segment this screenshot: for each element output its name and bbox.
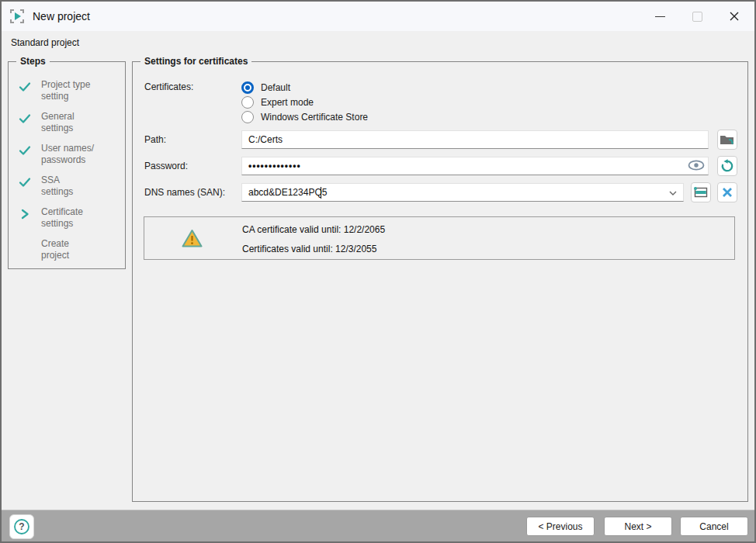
step-label: Project typesetting bbox=[41, 79, 90, 102]
show-password-toggle[interactable] bbox=[687, 159, 706, 171]
dns-names-combobox[interactable]: abcd&DE1234PQ5 bbox=[241, 183, 684, 202]
undo-icon bbox=[720, 159, 734, 173]
settings-legend: Settings for certificates bbox=[140, 56, 251, 67]
window-controls bbox=[641, 2, 753, 31]
dns-names-label: DNS names (SAN): bbox=[144, 187, 225, 198]
dns-names-value: abcd&DE1234PQ5 bbox=[248, 187, 327, 198]
radio-expert-mode[interactable]: Expert mode bbox=[241, 95, 368, 109]
project-type-label: Standard project bbox=[11, 37, 79, 48]
radio-windows-certificate-store[interactable]: Windows Certificate Store bbox=[241, 109, 368, 124]
certificates-radio-group: Default Expert mode Windows Certificate … bbox=[241, 80, 368, 124]
step-ssa-settings[interactable]: SSAsettings bbox=[18, 175, 125, 198]
step-label: SSAsettings bbox=[41, 175, 73, 198]
chevron-down-icon[interactable] bbox=[669, 191, 677, 195]
blank-icon bbox=[18, 238, 33, 261]
minimize-icon bbox=[655, 16, 665, 17]
help-button[interactable]: ? bbox=[9, 514, 34, 539]
step-label: Certificatesettings bbox=[41, 206, 83, 230]
radio-expert-mode-label: Expert mode bbox=[261, 97, 314, 108]
check-icon bbox=[18, 175, 33, 198]
question-mark-icon: ? bbox=[13, 518, 30, 535]
text-cursor bbox=[321, 187, 321, 199]
radio-default-circle[interactable] bbox=[241, 81, 254, 94]
previous-button[interactable]: < Previous bbox=[526, 517, 595, 536]
cancel-button[interactable]: Cancel bbox=[680, 517, 748, 536]
check-icon bbox=[18, 143, 33, 166]
step-create-project[interactable]: Createproject bbox=[18, 238, 125, 261]
radio-default-label: Default bbox=[261, 82, 290, 93]
warning-triangle-icon bbox=[182, 229, 203, 248]
reset-password-button[interactable] bbox=[717, 156, 737, 176]
title-bar: New project bbox=[2, 2, 754, 31]
settings-groupbox: Settings for certificates Certificates: … bbox=[132, 61, 748, 502]
step-label: Createproject bbox=[41, 238, 69, 261]
certificate-validity-notice: CA certificate valid until: 12/2/2065 Ce… bbox=[144, 216, 735, 260]
radio-default[interactable]: Default bbox=[241, 80, 368, 95]
password-input[interactable] bbox=[241, 157, 709, 175]
eye-icon bbox=[688, 160, 705, 171]
window-title: New project bbox=[33, 10, 90, 22]
step-certificate-settings[interactable]: Certificatesettings bbox=[18, 206, 125, 230]
clear-x-icon bbox=[721, 186, 733, 199]
path-label: Path: bbox=[144, 134, 166, 145]
clear-dns-names-button[interactable] bbox=[717, 182, 737, 202]
maximize-button bbox=[678, 2, 716, 31]
steps-legend: Steps bbox=[16, 56, 50, 67]
step-label: User names/passwords bbox=[41, 143, 94, 166]
path-input[interactable] bbox=[241, 130, 709, 149]
manage-dns-names-button[interactable] bbox=[691, 182, 711, 202]
step-user-names-passwords[interactable]: User names/passwords bbox=[18, 143, 125, 166]
new-project-dialog: New project Standard project Steps bbox=[0, 0, 756, 543]
steps-groupbox: Steps Project typesetting Generalsetting… bbox=[8, 61, 126, 269]
next-button[interactable]: Next > bbox=[604, 517, 672, 536]
certificate-card-icon bbox=[693, 186, 709, 199]
close-icon bbox=[729, 11, 740, 22]
check-icon bbox=[18, 79, 33, 102]
chevron-right-icon bbox=[18, 206, 33, 230]
radio-windows-certificate-store-label: Windows Certificate Store bbox=[261, 112, 368, 123]
step-project-type-setting[interactable]: Project typesetting bbox=[18, 79, 125, 102]
step-label: Generalsettings bbox=[41, 111, 75, 134]
svg-text:?: ? bbox=[19, 521, 24, 532]
check-icon bbox=[18, 111, 33, 134]
ca-valid-until-text: CA certificate valid until: 12/2/2065 bbox=[242, 224, 385, 235]
footer-bar: ? < Previous Next > Cancel bbox=[2, 510, 754, 541]
minimize-button[interactable] bbox=[641, 2, 678, 31]
certificates-label: Certificates: bbox=[144, 81, 193, 92]
maximize-icon bbox=[692, 12, 702, 22]
radio-windows-certificate-store-circle[interactable] bbox=[241, 111, 254, 123]
close-button[interactable] bbox=[716, 2, 753, 31]
steps-list: Project typesetting Generalsettings User… bbox=[9, 62, 125, 261]
open-folder-icon bbox=[720, 133, 735, 146]
browse-folder-button[interactable] bbox=[717, 130, 737, 150]
radio-expert-mode-circle[interactable] bbox=[241, 96, 254, 109]
certs-valid-until-text: Certificates valid until: 12/3/2055 bbox=[242, 244, 376, 254]
app-icon bbox=[9, 9, 25, 24]
step-general-settings[interactable]: Generalsettings bbox=[18, 111, 125, 134]
password-label: Password: bbox=[144, 161, 188, 171]
